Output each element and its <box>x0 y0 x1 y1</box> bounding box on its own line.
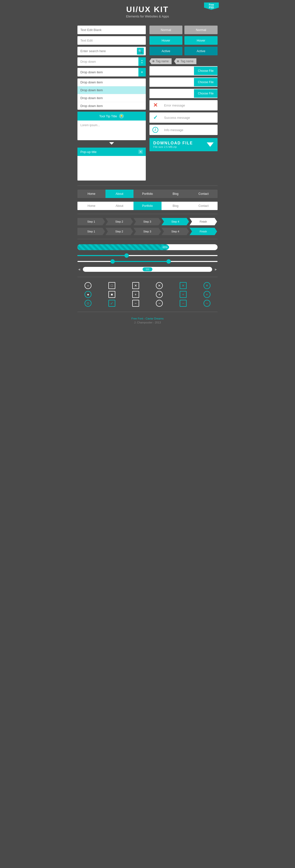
dropdown-list: Drop down item Drop down item Drop down … <box>77 79 146 110</box>
x-icon[interactable]: ✕ <box>132 282 139 289</box>
checkbox-empty-icon[interactable]: □ <box>108 282 115 289</box>
nav-item-about-1[interactable]: About <box>105 190 133 198</box>
download-arrow-icon <box>207 143 214 147</box>
minus-teal-circle-icon[interactable]: − <box>203 300 210 307</box>
minus-icon[interactable]: − <box>132 300 139 307</box>
nav-item-contact-2[interactable]: Contact <box>190 202 218 210</box>
dropdown2-wrapper[interactable]: Drop down item ▼ <box>77 68 146 76</box>
page-subtitle: Elements for Websites & Apps <box>77 14 218 18</box>
list-item-active[interactable]: Drop down item <box>77 86 146 94</box>
slider-section: 65% ◄ ► <box>77 244 218 272</box>
nav-item-portfolio-2[interactable]: Portfolio <box>133 202 162 210</box>
file-row-2: Choose File <box>150 78 218 87</box>
checkbox-filled-icon[interactable]: ■ <box>108 291 115 298</box>
scrollbar-wrapper: ◄ ► <box>77 267 218 272</box>
search-icon[interactable]: 🔍 <box>137 48 144 55</box>
step-1-2[interactable]: Step 2 <box>105 218 133 225</box>
nav-item-blog-1[interactable]: Blog <box>162 190 190 198</box>
btn-active-1[interactable]: Active <box>150 47 183 55</box>
text-edit-input[interactable] <box>77 36 146 45</box>
nav-item-contact-1[interactable]: Contact <box>190 190 218 198</box>
plus-icon[interactable]: + <box>132 291 139 298</box>
step-1-finish[interactable]: Finish <box>190 218 217 225</box>
x-circle-icon[interactable]: ✕ <box>156 282 163 289</box>
success-text: Success message <box>161 114 218 122</box>
tag-1[interactable]: Tag name <box>150 58 172 64</box>
btn-normal-1[interactable]: Normal <box>150 26 183 34</box>
range-fill <box>112 261 169 262</box>
scroll-left-arrow[interactable]: ◄ <box>77 267 81 271</box>
scroll-right-arrow[interactable]: ► <box>214 267 218 271</box>
text-edit-blank[interactable] <box>77 26 146 34</box>
info-text: Info message <box>161 126 218 134</box>
step-2-finish[interactable]: Finish <box>190 228 217 235</box>
tag-2[interactable]: Tag name <box>174 58 196 64</box>
plus-circle-icon[interactable]: + <box>156 291 163 298</box>
plus-teal-circle-icon[interactable]: + <box>203 291 210 298</box>
nav-item-home-2[interactable]: Home <box>77 202 105 210</box>
steps-section-1: Step 1 Step 2 Step 3 Step 4 Finish <box>77 218 218 225</box>
divider-5 <box>77 312 218 312</box>
popup-title-bar: Pop-up title ✕ <box>77 148 146 156</box>
choose-file-btn-2[interactable]: Choose File <box>194 78 218 86</box>
popup-title-text: Pop-up title <box>80 150 97 154</box>
range-slider <box>77 261 218 262</box>
list-item[interactable]: Drop down item <box>77 102 146 110</box>
radio-unchecked-icon[interactable]: ○ <box>85 282 92 289</box>
checkbox-check-icon[interactable]: ✓ <box>108 300 115 307</box>
btn-normal-2[interactable]: Normal <box>185 26 218 34</box>
btn-hover-2[interactable]: Hover <box>185 36 218 45</box>
nav-item-blog-2[interactable]: Blog <box>162 202 190 210</box>
tag-dot-icon <box>153 60 154 62</box>
step-2-1[interactable]: Step 1 <box>77 228 105 235</box>
tooltip-pointer <box>109 142 114 145</box>
list-item[interactable]: Drop down item <box>77 79 146 86</box>
info-message: i Info message <box>150 125 218 135</box>
header: Free PSD UI/UX KIT Elements for Websites… <box>77 5 218 18</box>
x-teal-circle-icon[interactable]: ✕ <box>203 282 210 289</box>
scroll-thumb[interactable] <box>142 267 153 271</box>
range-thumb-left[interactable] <box>110 259 115 264</box>
minus-teal-icon[interactable]: − <box>180 300 187 307</box>
tags-row: Tag name Tag name <box>150 58 218 64</box>
step-2-2[interactable]: Step 2 <box>105 228 133 235</box>
nav-item-portfolio-1[interactable]: Portfolio <box>133 190 162 198</box>
tooltip-box: Tool Tip Title 💡 Lorem ipsum... <box>77 112 146 140</box>
arrow-down-icon: ▼ <box>141 62 143 64</box>
step-1-4[interactable]: Step 4 <box>162 218 189 225</box>
choose-file-btn-3[interactable]: Choose File <box>194 89 218 98</box>
range-thumb-right[interactable] <box>166 259 171 264</box>
popup-close-button[interactable]: ✕ <box>138 150 143 154</box>
dropdown-arrows-icon[interactable]: ▲ ▼ <box>138 57 146 66</box>
search-input[interactable] <box>77 47 146 55</box>
search-wrapper: 🔍 <box>77 47 146 55</box>
btn-active-2[interactable]: Active <box>185 47 218 55</box>
x-teal-icon[interactable]: ✕ <box>180 282 187 289</box>
radio-dot-icon[interactable]: ⊙ <box>85 300 92 307</box>
plus-teal-icon[interactable]: + <box>180 291 187 298</box>
list-item[interactable]: Drop down item <box>77 94 146 102</box>
footer-credit: J. Champoutier - 2013 <box>77 321 218 324</box>
btn-hover-1[interactable]: Hover <box>150 36 183 45</box>
dropdown-wrapper[interactable]: Drop down ▲ ▼ <box>77 57 146 66</box>
download-bar[interactable]: DOWNLOAD FILE File size 2.5 MB.zip <box>150 138 218 151</box>
nav-item-home-1[interactable]: Home <box>77 190 105 198</box>
radio-checked-icon[interactable]: ● <box>85 291 92 298</box>
steps-bar-1: Step 1 Step 2 Step 3 Step 4 Finish <box>77 218 218 225</box>
divider-4 <box>77 277 218 277</box>
file-row-1: Choose File <box>150 66 218 75</box>
popup-body <box>77 156 146 181</box>
minus-circle-icon[interactable]: − <box>156 300 163 307</box>
right-column: Normal Normal Hover Hover Active Active … <box>150 26 218 181</box>
error-icon: ✕ <box>150 100 161 111</box>
step-2-4[interactable]: Step 4 <box>162 228 189 235</box>
step-1-3[interactable]: Step 3 <box>133 218 161 225</box>
nav-item-about-2[interactable]: About <box>105 202 133 210</box>
icon-grid-section: ○ ● ⊙ □ ■ ✓ ✕ + − ✕ + − ✕ + − <box>77 282 218 307</box>
step-1-1[interactable]: Step 1 <box>77 218 105 225</box>
choose-file-btn-1[interactable]: Choose File <box>194 67 218 75</box>
scroll-track <box>83 267 212 272</box>
slider-thumb-1[interactable] <box>124 253 129 258</box>
step-2-3[interactable]: Step 3 <box>133 228 161 235</box>
icon-grid: ○ ● ⊙ □ ■ ✓ ✕ + − ✕ + − ✕ + − <box>77 282 218 307</box>
